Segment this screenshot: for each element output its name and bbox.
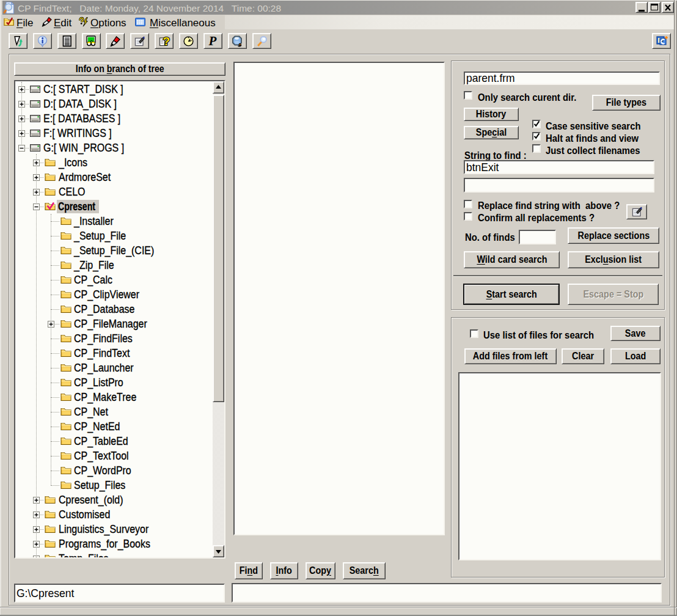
svg-text:P: P	[208, 34, 217, 48]
svg-text:?: ?	[163, 35, 170, 48]
